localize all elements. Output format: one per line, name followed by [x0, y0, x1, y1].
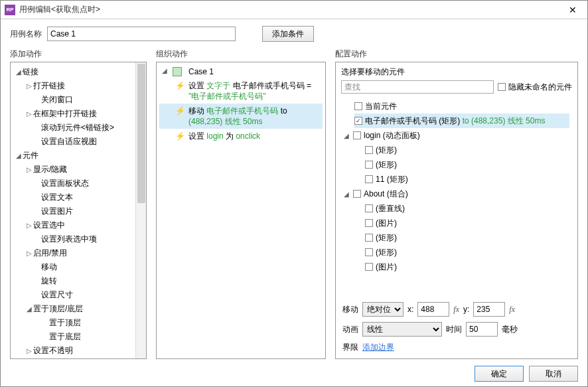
case-row[interactable]: ◢Case 1	[159, 65, 323, 78]
tree-item[interactable]: 关闭窗口	[12, 93, 145, 107]
add-action-header: 添加动作	[10, 48, 147, 62]
chevron-right-icon[interactable]: ▷	[25, 222, 33, 229]
select-widgets-label: 选择要移动的元件	[341, 66, 572, 78]
tree-item[interactable]: ▷设置选中	[12, 218, 145, 232]
tree-item[interactable]: 滚动到元件<错链接>	[12, 121, 145, 135]
checkbox[interactable]	[365, 248, 373, 256]
tree-item[interactable]: ◢链接	[12, 65, 145, 79]
add-action-panel: ◢链接▷打开链接关闭窗口▷在框架中打开链接滚动到元件<错链接>设置自适应视图◢元…	[10, 62, 147, 359]
widget-row[interactable]: (图片)	[365, 260, 569, 274]
tree-item[interactable]: 置于顶层	[12, 316, 145, 330]
tree-item[interactable]: 设置文本	[12, 191, 145, 204]
widget-row[interactable]: (矩形)	[365, 143, 569, 157]
scrollbar[interactable]	[135, 62, 146, 358]
checkbox[interactable]	[365, 234, 373, 242]
tree-item[interactable]: ◢元件	[12, 149, 145, 163]
tree-item[interactable]: ▷设置不透明	[12, 344, 145, 358]
chevron-right-icon[interactable]: ▷	[25, 110, 33, 117]
window-title: 用例编辑<获取焦点时>	[19, 4, 562, 15]
x-input[interactable]	[417, 302, 449, 317]
organize-action-header: 组织动作	[156, 48, 326, 62]
fx-icon[interactable]: fx	[453, 305, 459, 315]
checkbox[interactable]	[365, 175, 373, 183]
configure-action-panel: 选择要移动的元件 隐藏未命名的元件 当前元件✓电子邮件或手机号码 (矩形) to…	[335, 62, 578, 359]
hide-unnamed-checkbox[interactable]: 隐藏未命名的元件	[498, 82, 572, 93]
checkbox[interactable]	[365, 263, 373, 271]
tree-item[interactable]: 设置面板状态	[12, 177, 145, 191]
checkbox[interactable]	[354, 102, 362, 110]
dialog-footer: 确定 取消	[1, 359, 587, 387]
checkbox[interactable]	[365, 161, 373, 169]
bolt-icon: ⚡	[175, 106, 184, 116]
move-mode-select[interactable]: 绝对位	[362, 302, 404, 317]
tree-item[interactable]: 设置自适应视图	[12, 135, 145, 149]
organize-action-panel: ◢Case 1⚡设置 文字于 电子邮件或手机号码 = "电子邮件或手机号码"⚡移…	[156, 62, 326, 359]
cancel-button[interactable]: 取消	[529, 366, 578, 382]
tree-item[interactable]: ▷在框架中打开链接	[12, 107, 145, 121]
widget-row[interactable]: (图片)	[365, 216, 569, 230]
checkbox[interactable]	[365, 219, 373, 227]
move-config-row: 移动 绝对位 x: fx y: fx	[342, 302, 571, 317]
widget-row[interactable]: (垂直线)	[365, 201, 569, 216]
checkbox[interactable]	[365, 146, 373, 154]
add-condition-button[interactable]: 添加条件	[262, 26, 314, 42]
tree-item[interactable]: 设置列表选中项	[12, 232, 145, 246]
chevron-right-icon[interactable]: ▷	[25, 82, 33, 90]
widget-row[interactable]: 当前元件	[354, 99, 569, 114]
time-input[interactable]	[466, 322, 498, 337]
chevron-right-icon[interactable]: ▷	[25, 166, 33, 173]
widget-group-row[interactable]: ◢login (动态面板)	[344, 128, 569, 143]
animation-config-row: 动画 线性 时间 毫秒	[342, 322, 571, 337]
bolt-icon: ⚡	[175, 81, 184, 90]
checkbox[interactable]	[365, 204, 373, 212]
tree-item[interactable]: ◢置于顶层/底层	[12, 302, 145, 316]
widget-row[interactable]: (矩形)	[365, 245, 569, 260]
chevron-down-icon[interactable]: ◢	[344, 191, 350, 198]
tree-item[interactable]: 设置图片	[12, 204, 145, 218]
tree-item[interactable]: 设置尺寸	[12, 288, 145, 302]
bounds-row: 界限 添加边界	[342, 342, 571, 353]
case-name-input[interactable]	[47, 27, 236, 41]
widget-row[interactable]: (矩形)	[365, 230, 569, 245]
chevron-down-icon[interactable]: ◢	[25, 305, 33, 313]
tree-item[interactable]: 旋转	[12, 274, 145, 288]
fx-icon[interactable]: fx	[509, 305, 515, 315]
tree-item[interactable]: 置于底层	[12, 330, 145, 344]
close-icon[interactable]: ✕	[562, 5, 583, 15]
bolt-icon: ⚡	[175, 131, 184, 141]
checkbox[interactable]	[353, 131, 361, 139]
configure-action-header: 配置动作	[335, 48, 578, 62]
tree-item[interactable]: ▷显示/隐藏	[12, 163, 145, 177]
tree-item[interactable]: ▷启用/禁用	[12, 246, 145, 260]
chevron-right-icon[interactable]: ▷	[25, 347, 33, 354]
action-row[interactable]: ⚡移动 电子邮件或手机号码 to (488,235) 线性 50ms	[159, 104, 323, 129]
widget-row[interactable]: ✓电子邮件或手机号码 (矩形) to (488,235) 线性 50ms	[354, 114, 569, 128]
widget-row[interactable]: 11 (矩形)	[365, 172, 569, 187]
widget-group-row[interactable]: ◢About (组合)	[344, 187, 569, 201]
chevron-down-icon[interactable]: ◢	[15, 152, 23, 159]
chevron-down-icon[interactable]: ◢	[162, 67, 169, 74]
app-icon: RP	[5, 5, 15, 15]
action-row[interactable]: ⚡设置 文字于 电子邮件或手机号码 = "电子邮件或手机号码"	[159, 78, 323, 104]
search-input[interactable]	[341, 80, 494, 94]
add-bounds-link[interactable]: 添加边界	[362, 342, 394, 353]
widget-row[interactable]: (矩形)	[365, 157, 569, 172]
action-row[interactable]: ⚡设置 login 为 onclick	[159, 129, 323, 143]
title-bar: RP 用例编辑<获取焦点时> ✕	[1, 1, 587, 19]
chevron-down-icon[interactable]: ◢	[344, 132, 350, 139]
easing-select[interactable]: 线性	[362, 322, 442, 337]
chevron-right-icon[interactable]: ▷	[25, 250, 33, 257]
chevron-down-icon[interactable]: ◢	[15, 68, 23, 76]
case-name-label: 用例名称	[10, 29, 42, 40]
case-name-row: 用例名称 添加条件	[1, 19, 587, 48]
checkbox[interactable]	[353, 190, 361, 198]
checkbox[interactable]: ✓	[354, 117, 362, 125]
y-input[interactable]	[473, 302, 505, 317]
case-icon	[173, 67, 182, 76]
tree-item[interactable]: 移动	[12, 260, 145, 274]
tree-item[interactable]: ▷打开链接	[12, 79, 145, 93]
ok-button[interactable]: 确定	[475, 366, 524, 382]
